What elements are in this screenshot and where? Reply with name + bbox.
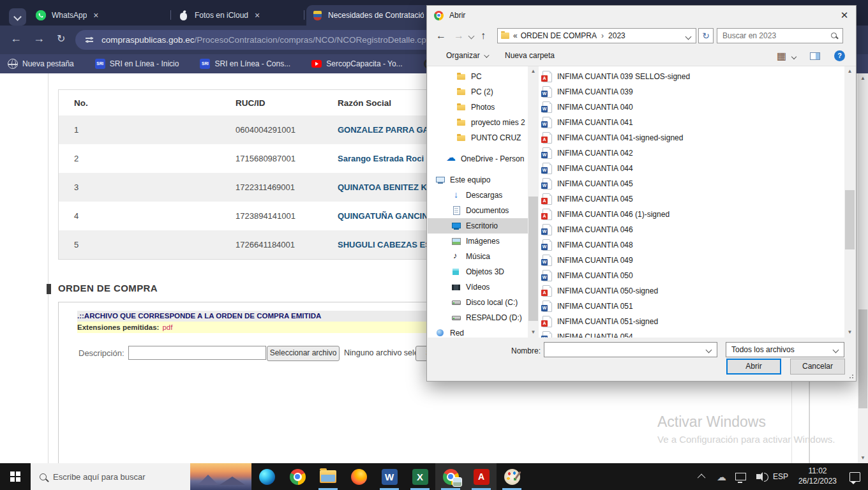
scrollbar-thumb[interactable] bbox=[528, 197, 538, 321]
language-indicator[interactable]: ESP bbox=[773, 472, 788, 481]
taskbar-word[interactable] bbox=[374, 463, 405, 490]
network-icon[interactable] bbox=[735, 473, 746, 480]
file-item[interactable]: INFIMA CUANTIA 046 (1)-signed bbox=[539, 207, 844, 222]
taskbar-search[interactable]: Escribe aquí para buscar bbox=[31, 463, 251, 490]
file-item[interactable]: INFIMA CUANTIA 045 bbox=[539, 191, 844, 207]
breadcrumb-collapse-icon[interactable] bbox=[513, 31, 518, 40]
new-folder-button[interactable]: Nueva carpeta bbox=[505, 51, 555, 60]
file-item[interactable]: INFIMA CUANTIA 041-signed-signed bbox=[539, 130, 844, 145]
organize-menu[interactable]: Organizar bbox=[446, 51, 488, 60]
taskbar-chrome-window[interactable] bbox=[435, 463, 466, 490]
select-file-button[interactable]: Seleccionar archivo bbox=[267, 346, 340, 361]
sidebar-item[interactable]: Música bbox=[428, 249, 528, 264]
taskbar-acrobat[interactable] bbox=[466, 463, 497, 490]
file-item[interactable]: INFIMA CUANTIA 048 bbox=[539, 237, 844, 253]
search-highlight-image[interactable] bbox=[190, 463, 251, 490]
sidebar-item[interactable]: Vídeos bbox=[428, 279, 528, 295]
bookmark-nueva-pestana[interactable]: Nueva pestaña bbox=[8, 59, 74, 69]
sidebar-item[interactable]: Imágenes bbox=[428, 234, 528, 249]
nav-forward-icon[interactable]: → bbox=[454, 28, 464, 43]
sidebar-item[interactable]: PUNTO CRUZ bbox=[428, 130, 528, 145]
sidebar-item[interactable]: Documentos bbox=[428, 203, 528, 218]
file-item[interactable]: INFIMA CUANTIA 044 bbox=[539, 161, 844, 176]
volume-icon[interactable] bbox=[756, 474, 760, 479]
file-item[interactable]: INFIMA CUANTIA 039 SELLOS-signed bbox=[539, 69, 844, 84]
file-item[interactable]: INFIMA CUANTIA 046 bbox=[539, 222, 844, 237]
taskbar-excel[interactable] bbox=[405, 463, 435, 490]
file-name-combo[interactable] bbox=[544, 342, 717, 357]
site-settings-icon[interactable] bbox=[86, 36, 93, 43]
back-icon[interactable]: ← bbox=[10, 32, 22, 45]
reload-icon[interactable]: ↻ bbox=[57, 33, 65, 45]
sidebar-item[interactable]: PC bbox=[428, 69, 528, 84]
scroll-up-icon[interactable] bbox=[858, 73, 868, 84]
refresh-button[interactable] bbox=[698, 28, 714, 43]
description-input[interactable] bbox=[128, 346, 266, 360]
sidebar-item[interactable]: RESPALDO (D:) bbox=[428, 310, 528, 325]
nav-back-icon[interactable]: ← bbox=[436, 28, 446, 43]
address-bar[interactable]: compraspublicas.gob.ec/ProcesoContrataci… bbox=[75, 30, 438, 50]
view-chevron-icon[interactable] bbox=[791, 54, 797, 59]
file-item[interactable]: INFIMA CUANTIA 042 bbox=[539, 145, 844, 161]
scrollbar-thumb[interactable] bbox=[845, 190, 855, 249]
address-breadcrumb[interactable]: ORDEN DE COMPRA 2023 bbox=[497, 28, 696, 43]
sidebar-item[interactable]: Photos bbox=[428, 100, 528, 115]
tab-close-icon[interactable] bbox=[93, 11, 98, 20]
file-item[interactable]: INFIMA CUANTIA 045 bbox=[539, 176, 844, 191]
chevron-down-icon[interactable] bbox=[706, 347, 712, 353]
taskbar-firefox[interactable] bbox=[343, 463, 374, 490]
file-item[interactable]: INFIMA CUANTIA 039 bbox=[539, 84, 844, 100]
sidebar-item[interactable]: proyecto mies 2 bbox=[428, 115, 528, 130]
breadcrumb-dropdown-icon[interactable] bbox=[685, 34, 692, 40]
dialog-close-icon[interactable] bbox=[833, 6, 856, 25]
browser-scrollbar[interactable] bbox=[858, 73, 868, 463]
onedrive-icon[interactable] bbox=[717, 472, 726, 482]
resize-grip[interactable] bbox=[849, 374, 854, 379]
bookmark-sri-inicio[interactable]: SRI en Línea - Inicio bbox=[95, 59, 179, 69]
cancel-button[interactable]: Cancelar bbox=[790, 359, 845, 375]
taskbar-clock[interactable]: 11:02 26/12/2023 bbox=[798, 466, 837, 486]
file-type-select[interactable]: Todos los archivos bbox=[726, 342, 844, 357]
file-item[interactable]: INFIMA CUANTIA 051-signed bbox=[539, 314, 844, 329]
start-button[interactable] bbox=[0, 463, 31, 490]
file-name-input[interactable] bbox=[547, 344, 701, 357]
breadcrumb-folder[interactable]: ORDEN DE COMPRA bbox=[521, 31, 597, 40]
sidebar-item[interactable]: Disco local (C:) bbox=[428, 295, 528, 310]
scroll-up-icon[interactable] bbox=[844, 66, 855, 77]
file-item[interactable]: INFIMA CUANTIA 050-signed bbox=[539, 283, 844, 299]
file-item[interactable]: INFIMA CUANTIA 051 bbox=[539, 299, 844, 314]
scroll-down-icon[interactable] bbox=[528, 327, 539, 338]
sidebar-item[interactable]: Escritorio bbox=[428, 218, 528, 234]
sidebar-item[interactable]: Red bbox=[428, 325, 528, 338]
sidebar-item[interactable]: Descargas bbox=[428, 188, 528, 203]
tab-whatsapp[interactable]: WhatsApp bbox=[29, 5, 181, 26]
file-item[interactable]: INFIMA CUANTIA 054 bbox=[539, 329, 844, 338]
sidebar-item[interactable]: OneDrive - Person bbox=[428, 151, 528, 167]
dialog-search-field[interactable]: Buscar en 2023 bbox=[717, 28, 843, 43]
scroll-down-icon[interactable] bbox=[844, 327, 855, 338]
taskbar-chrome[interactable] bbox=[282, 463, 313, 490]
dialog-title-bar[interactable]: Abrir bbox=[427, 6, 856, 25]
file-list-scrollbar[interactable] bbox=[844, 66, 855, 338]
tab-necesidades-active[interactable]: Necesidades de Contratació bbox=[306, 5, 447, 26]
sidebar-item[interactable]: Objetos 3D bbox=[428, 264, 528, 279]
scroll-up-icon[interactable] bbox=[528, 66, 539, 77]
help-icon[interactable] bbox=[834, 50, 845, 61]
sidebar-item[interactable]: Este equipo bbox=[428, 172, 528, 188]
bookmark-sri-consultas[interactable]: SRI en Línea - Cons... bbox=[200, 59, 290, 69]
open-button[interactable]: Abrir bbox=[726, 359, 781, 375]
file-item[interactable]: INFIMA CUANTIA 049 bbox=[539, 253, 844, 268]
breadcrumb-subfolder[interactable]: 2023 bbox=[608, 31, 625, 40]
file-item[interactable]: INFIMA CUANTIA 040 bbox=[539, 100, 844, 115]
notifications-icon[interactable] bbox=[849, 472, 860, 482]
file-item[interactable]: INFIMA CUANTIA 041 bbox=[539, 115, 844, 130]
file-item[interactable]: INFIMA CUANTIA 050 bbox=[539, 268, 844, 283]
sidebar-item[interactable]: PC (2) bbox=[428, 84, 528, 100]
taskbar-paint[interactable] bbox=[497, 463, 527, 490]
scroll-down-icon[interactable] bbox=[858, 453, 868, 463]
nav-up-icon[interactable]: ↑ bbox=[481, 28, 486, 43]
taskbar-explorer[interactable] bbox=[313, 463, 343, 490]
nav-history-chevron-icon[interactable] bbox=[468, 33, 475, 40]
bookmark-sercopcapacita[interactable]: SercopCapacita - Yo... bbox=[311, 59, 402, 68]
view-grid-icon[interactable] bbox=[777, 50, 786, 62]
